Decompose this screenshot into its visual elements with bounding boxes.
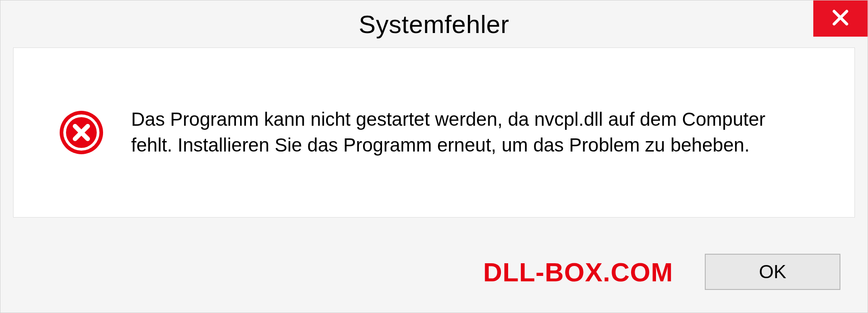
dialog-footer: DLL-BOX.COM OK [0,231,868,313]
close-icon [830,7,851,30]
error-icon [59,110,104,155]
message-panel: Das Programm kann nicht gestartet werden… [13,47,855,218]
content-area: Das Programm kann nicht gestartet werden… [0,47,868,231]
titlebar: Systemfehler [0,0,868,47]
error-message: Das Programm kann nicht gestartet werden… [131,107,809,158]
error-dialog: Systemfehler Das Programm kann [0,0,868,313]
watermark-text: DLL-BOX.COM [483,257,673,287]
dialog-title: Systemfehler [359,9,509,39]
ok-button[interactable]: OK [705,254,840,290]
close-button[interactable] [813,0,868,37]
